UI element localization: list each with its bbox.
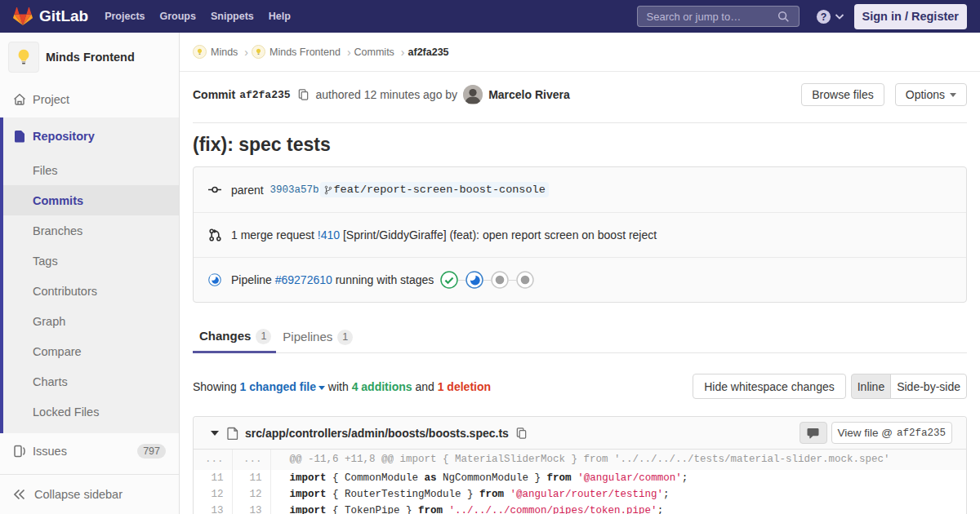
svg-text:?: ? [820, 11, 826, 22]
